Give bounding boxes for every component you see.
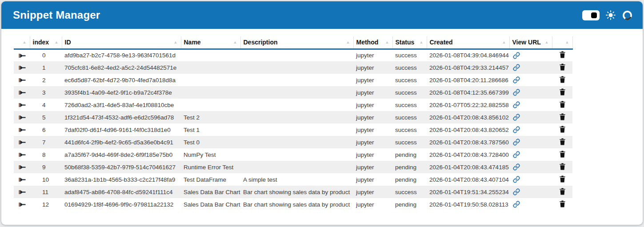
trash-icon	[559, 175, 566, 184]
cell-id: ec6d5d87-62bf-4d72-9b70-4fed7a018d8a	[62, 74, 181, 86]
cell-description	[240, 49, 353, 61]
row-expand-icon[interactable]	[19, 53, 26, 58]
col-header-delete[interactable]: ▲	[552, 36, 572, 49]
delete-button[interactable]	[559, 175, 566, 184]
col-header-view_url[interactable]: View URL▲	[509, 36, 552, 49]
row-expand-icon[interactable]	[19, 103, 26, 108]
cell-delete	[552, 186, 572, 198]
cell-created: 2026-01-04T20:08:43.474185	[427, 161, 509, 173]
table-row: 67daf02f0-d61f-4d96-9161-f4f0c318d1e0Tes…	[14, 123, 572, 136]
row-expand-icon[interactable]	[19, 202, 26, 207]
view-url-link[interactable]	[513, 64, 520, 71]
delete-button[interactable]	[559, 101, 566, 109]
table-header: ▲index▲ID▲Name▲Description▲Method▲Status…	[14, 36, 572, 49]
view-url-link[interactable]	[513, 114, 520, 121]
cell-expander	[14, 86, 30, 99]
view-url-link[interactable]	[513, 176, 520, 183]
cell-delete	[552, 61, 572, 74]
cell-delete	[552, 74, 572, 86]
col-header-created[interactable]: Created▲	[427, 36, 509, 49]
cell-index: 11	[30, 186, 62, 198]
cell-created: 2026-01-04T20:08:43.787560	[427, 136, 509, 148]
theme-toggle-switch[interactable]	[582, 10, 600, 20]
sun-icon[interactable]	[605, 10, 616, 20]
trash-icon	[559, 138, 566, 147]
col-header-status[interactable]: Status▲	[392, 36, 427, 49]
cell-name	[181, 86, 240, 99]
cell-created: 2026-01-04T20:08:43.407104	[427, 173, 509, 186]
cell-id: 3935f4b1-4a09-4ef2-9f1c-b9a72c4f378e	[62, 86, 181, 99]
col-header-id[interactable]: ID▲	[62, 36, 181, 49]
cell-index: 2	[30, 74, 62, 86]
table-row: 1036a8231a-1b1b-4565-b333-c2c217f48fa9Te…	[14, 173, 572, 186]
row-expand-icon[interactable]	[19, 115, 26, 120]
delete-button[interactable]	[559, 138, 566, 147]
view-url-link[interactable]	[513, 52, 520, 59]
delete-button[interactable]	[559, 151, 566, 159]
view-url-link[interactable]	[513, 188, 520, 195]
row-expand-icon[interactable]	[19, 140, 26, 145]
col-header-inner: ▲	[16, 40, 27, 44]
sort-asc-icon: ▲	[55, 40, 59, 44]
col-header-method[interactable]: Method▲	[353, 36, 392, 49]
cell-name	[181, 74, 240, 86]
row-expand-icon[interactable]	[19, 152, 26, 157]
row-expand-icon[interactable]	[19, 190, 26, 195]
row-expand-icon[interactable]	[19, 65, 26, 70]
cell-expander	[14, 111, 30, 123]
snippet-table-container: ▲index▲ID▲Name▲Description▲Method▲Status…	[1, 29, 643, 211]
view-url-link[interactable]	[513, 76, 520, 84]
row-expand-icon[interactable]	[19, 165, 26, 170]
cell-status: pending	[392, 148, 427, 161]
view-url-link[interactable]	[513, 163, 520, 171]
cell-created: 2026-01-04T19:51:34.255234	[427, 186, 509, 198]
col-header-name[interactable]: Name▲	[181, 36, 240, 49]
view-url-link[interactable]	[513, 89, 520, 96]
link-icon	[513, 163, 520, 171]
view-url-link[interactable]	[513, 201, 520, 208]
delete-button[interactable]	[559, 126, 566, 134]
view-url-link[interactable]	[513, 101, 520, 108]
cell-name: Test 0	[181, 136, 240, 148]
link-icon	[513, 52, 520, 59]
col-header-label: Name	[184, 39, 201, 46]
row-expand-icon[interactable]	[19, 78, 26, 83]
row-expand-icon[interactable]	[19, 90, 26, 95]
row-expand-icon[interactable]	[19, 127, 26, 132]
delete-button[interactable]	[559, 163, 566, 171]
link-icon	[513, 89, 520, 96]
cell-name: Test 1	[181, 123, 240, 136]
cell-name	[181, 99, 240, 111]
cell-expander	[14, 49, 30, 61]
delete-button[interactable]	[559, 76, 566, 84]
col-header-index[interactable]: index▲	[30, 36, 62, 49]
cell-index: 1	[30, 61, 62, 74]
snippet-manager-panel: Snippet Manager	[1, 1, 643, 225]
view-url-link[interactable]	[513, 139, 520, 146]
delete-button[interactable]	[559, 113, 566, 122]
delete-button[interactable]	[559, 88, 566, 97]
cell-description	[240, 161, 353, 173]
cell-name: Runtime Error Test	[181, 161, 240, 173]
row-expand-icon[interactable]	[19, 177, 26, 182]
cell-id: adaf8475-ab86-4708-84fc-d59241f111c4	[62, 186, 181, 198]
cell-description	[240, 136, 353, 148]
delete-button[interactable]	[559, 64, 566, 72]
view-url-link[interactable]	[513, 151, 520, 158]
sort-asc-icon: ▲	[565, 40, 569, 44]
cell-id: 7daf02f0-d61f-4d96-9161-f4f0c318d1e0	[62, 123, 181, 136]
col-header-expander[interactable]: ▲	[14, 36, 30, 49]
delete-button[interactable]	[559, 51, 566, 60]
view-url-link[interactable]	[513, 126, 520, 133]
col-header-label: ID	[65, 39, 71, 46]
col-header-label: index	[33, 39, 49, 46]
table-row: 1201694929-1f8f-4696-9f9c-979811a22132Sa…	[14, 198, 572, 211]
cell-index: 8	[30, 148, 62, 161]
col-header-description[interactable]: Description▲	[240, 36, 353, 49]
table-row: 950b68f38-5359-42b7-97f9-514c70461627Run…	[14, 161, 572, 173]
cell-id: 01694929-1f8f-4696-9f9c-979811a22132	[62, 198, 181, 211]
delete-button[interactable]	[559, 200, 566, 209]
cell-description	[240, 123, 353, 136]
delete-button[interactable]	[559, 188, 566, 196]
cell-created: 2026-01-04T20:08:43.728400	[427, 148, 509, 161]
